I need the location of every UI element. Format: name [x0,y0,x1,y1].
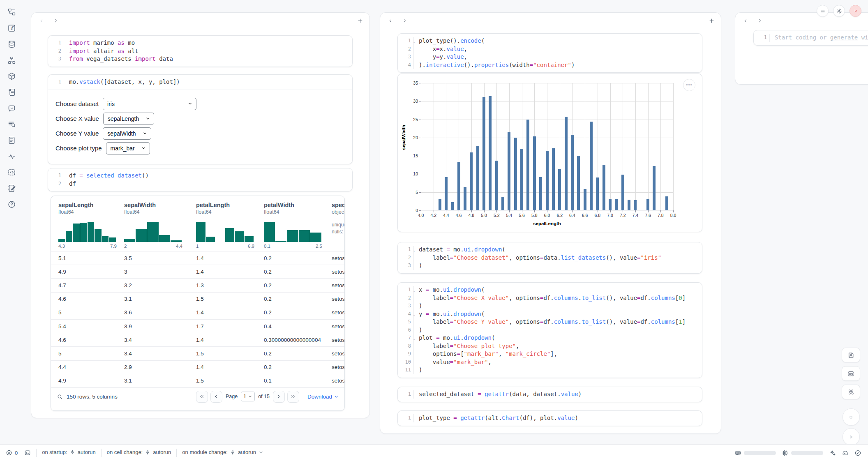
column-header-petalWidth[interactable]: petalWidthfloat640.12.5 [264,202,332,249]
help-icon[interactable] [6,199,17,210]
dependencies-icon[interactable] [6,55,17,65]
table-row[interactable]: 4.42.91.40.2setosa [51,361,344,374]
table-cell: setosa [332,282,344,288]
outline-icon[interactable] [6,151,17,161]
settings-button[interactable] [833,5,845,17]
table-row[interactable]: 4.63.41.40.30000000000000004setosa [51,333,344,347]
code-cell-df[interactable]: 1df = selected_dataset()2df [48,168,353,191]
connection-status-icon[interactable] [854,449,861,456]
bar [646,199,649,210]
copilot-button[interactable] [842,449,849,456]
search-icon[interactable] [57,394,63,400]
snippets-icon[interactable] [6,167,17,177]
column-header-sepalLength[interactable]: sepalLengthfloat644.37.9 [58,202,124,249]
run-button[interactable] [843,428,860,445]
bar [495,161,498,210]
code-cell-dataset-dropdown[interactable]: 1⌄dataset = mo.ui.dropdown(2 label="Choo… [397,242,702,274]
generate-link[interactable]: generate [830,34,858,41]
table-row[interactable]: 4.931.40.2setosa [51,265,344,279]
file-explorer-icon[interactable] [6,7,17,17]
notebook-column-3: 1 Start coding or generate with AI [735,12,868,85]
code-cell-vstack[interactable]: 1mo.vstack([dataset, x, y, plot]) Choose… [48,74,353,164]
column-header-sepalWidth[interactable]: sepalWidthfloat6424.4 [124,202,196,249]
column-header-petalLength[interactable]: petalLengthfloat6416.9 [196,202,264,249]
bar [571,135,574,210]
first-page-button[interactable] [196,391,208,403]
autorun-config-0[interactable]: on startup:autorun [42,449,96,455]
sparkles-icon [829,449,836,456]
save-button[interactable] [842,348,860,362]
code-cell-selected-dataset[interactable]: 1selected_dataset = getattr(data, datase… [397,387,702,402]
logs-icon[interactable] [6,87,17,97]
code-line: 1plot_type = getattr(alt.Chart(df), plot… [401,414,698,422]
plot-control-row: Choose plot type mark_bar [55,141,345,156]
code-cell-imports[interactable]: 1import marimo as mo2import altair as al… [48,35,353,67]
add-cell-button[interactable] [356,16,365,25]
terminal-button[interactable] [24,449,31,456]
column-header-species[interactable]: speciesobjectunique:nulls: [332,202,344,249]
column-next-button[interactable] [51,16,60,25]
code-line: 6) [401,326,698,334]
error-indicator[interactable]: 0 [6,449,18,456]
x-select[interactable]: sepalLength [103,113,154,125]
code-line: 1df = selected_dataset() [51,172,348,180]
table-cell: setosa [332,296,344,302]
column-prev-button[interactable] [386,16,395,25]
variables-icon[interactable]: f [6,23,17,33]
menu-button[interactable] [817,5,829,17]
table-cell: 0.2 [264,282,332,288]
memory-usage[interactable] [734,449,776,456]
table-cell: 3.9 [124,323,196,330]
table-cell: 0.2 [264,269,332,275]
chart-menu-button[interactable]: ••• [683,79,695,91]
last-page-button[interactable] [287,391,299,403]
table-cell: 0.2 [264,350,332,357]
documentation-icon[interactable] [6,135,17,145]
table-row[interactable]: 53.61.40.2setosa [51,306,344,320]
next-page-button[interactable] [273,391,285,403]
prev-page-button[interactable] [210,391,222,403]
page-select[interactable]: 1 [241,392,255,401]
column-prev-button[interactable] [741,16,750,25]
shutdown-button[interactable] [850,5,861,17]
datasources-icon[interactable] [6,39,17,49]
chart-output: sepalWidth 051015202530354.04.24.44.64.8… [397,74,702,232]
cpu-usage[interactable] [782,449,823,456]
column-prev-button[interactable] [37,16,46,25]
x-tick-label: 4.6 [456,213,462,218]
empty-code-cell[interactable]: 1 Start coding or generate with AI [753,30,868,46]
autorun-config-2[interactable]: on module change:autorun [182,449,263,455]
scratchpad-icon[interactable] [6,183,17,194]
table-cell: 0.2 [264,364,332,370]
table-row[interactable]: 5.13.51.40.2setosa [51,251,344,265]
table-row[interactable]: 53.41.50.2setosa [51,347,344,360]
y-select[interactable]: sepalWidth [103,127,151,140]
keyboard-shortcuts-button[interactable] [842,385,860,399]
column-next-button[interactable] [400,16,409,25]
dataset-select[interactable]: iris [103,98,196,110]
table-cell: 4.7 [58,282,124,288]
table-row[interactable]: 4.93.11.50.1setosa [51,374,344,388]
plot-select[interactable]: mark_bar [106,142,150,154]
table-row[interactable]: 5.43.91.70.4setosa [51,320,344,333]
autorun-config-1[interactable]: on cell change:autorun [107,449,171,455]
cell-placeholder[interactable]: Start coding or generate with AI [769,34,868,42]
download-button[interactable]: Download [307,394,339,400]
table-row[interactable]: 4.73.21.30.2setosa [51,279,344,292]
chat-icon[interactable] [6,103,17,113]
stop-button[interactable] [843,408,860,426]
tracebacks-icon[interactable] [6,119,17,129]
code-cell-plot[interactable]: 1⌄plot_type().encode(2 x=x.value,3 y=y.v… [397,33,702,73]
packages-icon[interactable] [6,71,17,81]
code-cell-xy-dropdowns[interactable]: 1⌄x = mo.ui.dropdown(2 label="Choose X v… [397,282,702,378]
table-row[interactable]: 4.63.11.50.2setosa [51,293,344,306]
code-cell-plot-type[interactable]: 1plot_type = getattr(alt.Chart(df), plot… [397,410,702,426]
layout-button[interactable] [842,366,860,381]
circle-x-icon [6,449,12,456]
ai-assist-button[interactable] [829,449,836,456]
add-cell-button[interactable] [707,16,716,25]
bar-chart[interactable]: 051015202530354.04.24.44.64.85.05.25.45.… [421,83,673,210]
column-next-button[interactable] [755,16,764,25]
x-tick-label: 5.4 [506,213,512,218]
code-line: 10 value="mark_bar", [401,358,698,366]
